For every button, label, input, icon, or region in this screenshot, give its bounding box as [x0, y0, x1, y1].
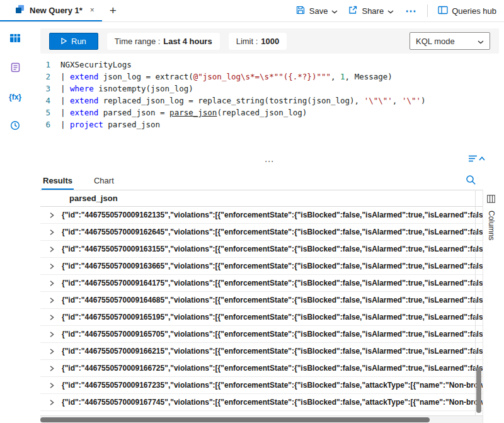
code-line[interactable]: 1NGXSecurityLogs	[40, 59, 499, 71]
code-line[interactable]: 6| project parsed_json	[40, 119, 499, 130]
divider	[427, 4, 428, 17]
editor-lines: 1NGXSecurityLogs2| extend json_log = ext…	[40, 59, 499, 130]
sidebar-item-functions[interactable]: {fx}	[6, 90, 24, 104]
limit-label: Limit :	[236, 37, 258, 46]
history-icon	[10, 120, 20, 132]
query-workspace: New Query 1* × + Save Share ⋯	[0, 0, 504, 423]
expand-row-icon[interactable]	[49, 348, 55, 355]
new-tab-button[interactable]: +	[102, 0, 124, 21]
table-row[interactable]: {"id":"4467550570009162645","violations"…	[40, 224, 483, 241]
code-text: | extend parsed_json = parse_json(replac…	[60, 107, 307, 119]
expand-row-icon[interactable]	[49, 399, 55, 406]
collapse-editor-icon[interactable]	[469, 154, 485, 165]
row-json-text: {"id":"4467550570009163155","violations"…	[62, 245, 483, 253]
columns-panel-label[interactable]: Columns	[487, 211, 496, 240]
table-row[interactable]: {"id":"4467550570009164175","violations"…	[40, 275, 483, 292]
tab-bar: New Query 1* × + Save Share ⋯	[0, 0, 504, 22]
query-tab[interactable]: New Query 1* ×	[0, 0, 102, 21]
expand-row-icon[interactable]	[49, 229, 55, 236]
tab-title: New Query 1*	[30, 6, 83, 15]
save-label: Save	[309, 6, 328, 16]
share-button[interactable]: Share	[348, 5, 394, 17]
sidebar-item-history[interactable]	[6, 119, 24, 133]
save-button[interactable]: Save	[295, 5, 338, 17]
table-row[interactable]: {"id":"4467550570009165195","violations"…	[40, 309, 483, 326]
row-json-text: {"id":"4467550570009167235","violations"…	[62, 381, 483, 390]
row-json-text: {"id":"4467550570009166215","violations"…	[62, 347, 483, 356]
expand-row-icon[interactable]	[49, 297, 55, 304]
chevron-down-icon	[478, 37, 484, 46]
expand-row-icon[interactable]	[49, 382, 55, 389]
kql-mode-select[interactable]: KQL mode	[410, 32, 490, 50]
table-row[interactable]: {"id":"4467550570009162135","violations"…	[40, 207, 483, 224]
chevron-down-icon	[387, 6, 394, 16]
code-line[interactable]: 5| extend parsed_json = parse_json(repla…	[40, 107, 499, 119]
code-line[interactable]: 3| where isnotempty(json_log)	[40, 83, 499, 95]
table-row[interactable]: {"id":"4467550570009166725","violations"…	[40, 360, 483, 377]
expand-row-icon[interactable]	[49, 246, 55, 253]
expand-row-icon[interactable]	[49, 331, 55, 338]
row-json-text: {"id":"4467550570009162645","violations"…	[62, 228, 483, 236]
time-range-label: Time range :	[115, 37, 161, 46]
kql-mode-value: KQL mode	[416, 37, 455, 46]
expand-row-icon[interactable]	[49, 314, 55, 321]
table-row[interactable]: {"id":"4467550570009167235","violations"…	[40, 377, 483, 394]
code-line[interactable]: 4| extend replaced_json_log = replace_st…	[40, 95, 499, 107]
splitter-handle[interactable]: ⋯	[265, 158, 275, 165]
query-toolbar: Run Time range : Last 4 hours Limit : 10…	[40, 28, 499, 54]
table-row[interactable]: {"id":"4467550570009165705","violations"…	[40, 326, 483, 343]
table-row[interactable]: {"id":"4467550570009164685","violations"…	[40, 292, 483, 309]
toolbar-actions: Save Share ⋯ Queries hub	[295, 0, 504, 21]
column-header-parsed-json[interactable]: parsed_json	[40, 190, 483, 207]
vertical-scrollbar-thumb[interactable]	[476, 368, 481, 413]
code-text: | project parsed_json	[60, 119, 160, 130]
table-row[interactable]: {"id":"4467550570009167745","violations"…	[40, 394, 483, 411]
line-number: 4	[40, 95, 60, 107]
table-row[interactable]: {"id":"4467550570009163155","violations"…	[40, 241, 483, 258]
table-row[interactable]: {"id":"4467550570009163665","violations"…	[40, 258, 483, 275]
queries-hub-button[interactable]: Queries hub	[438, 6, 496, 16]
share-label: Share	[362, 6, 384, 16]
search-icon	[466, 175, 476, 187]
pane-splitter: ⋯	[40, 153, 499, 170]
columns-panel-collapsed[interactable]: Columns	[483, 190, 499, 423]
sidebar-item-queries[interactable]	[6, 61, 24, 75]
horizontal-scrollbar-thumb[interactable]	[40, 417, 430, 422]
line-number: 6	[40, 119, 60, 130]
tab-chart[interactable]: Chart	[93, 172, 115, 190]
expand-row-icon[interactable]	[49, 263, 55, 270]
queries-icon	[11, 62, 20, 74]
row-json-text: {"id":"4467550570009163665","violations"…	[62, 262, 483, 270]
tables-icon	[9, 33, 21, 45]
columns-icon	[487, 195, 495, 205]
limit-value: 1000	[261, 37, 279, 46]
time-range-picker[interactable]: Time range : Last 4 hours	[107, 33, 220, 50]
search-button[interactable]	[466, 175, 476, 190]
expand-row-icon[interactable]	[49, 280, 55, 287]
code-line[interactable]: 2| extend json_log = extract(@"json_log\…	[40, 71, 499, 83]
limit-picker[interactable]: Limit : 1000	[229, 33, 287, 50]
close-tab-icon[interactable]: ×	[90, 6, 94, 14]
more-button[interactable]: ⋯	[404, 4, 417, 18]
functions-icon: {fx}	[9, 93, 21, 101]
code-text: | extend replaced_json_log = replace_str…	[60, 95, 426, 107]
code-text: NGXSecurityLogs	[60, 59, 132, 71]
code-text: | extend json_log = extract(@"json_log\s…	[60, 71, 392, 83]
sidebar-item-tables[interactable]	[6, 32, 24, 46]
line-number: 5	[40, 107, 60, 119]
time-range-value: Last 4 hours	[163, 37, 212, 46]
results-grid: parsed_json {"id":"4467550570009162135",…	[40, 190, 483, 423]
expand-row-icon[interactable]	[49, 212, 55, 219]
table-row[interactable]: {"id":"4467550570009166215","violations"…	[40, 343, 483, 360]
column-separator	[475, 190, 476, 415]
main-pane: Run Time range : Last 4 hours Limit : 10…	[30, 22, 504, 423]
run-button[interactable]: Run	[49, 33, 98, 50]
expand-row-icon[interactable]	[49, 365, 55, 372]
tab-results[interactable]: Results	[42, 172, 74, 190]
code-text: | where isnotempty(json_log)	[60, 83, 193, 95]
results-tabs: Results Chart	[40, 170, 499, 190]
share-icon	[348, 5, 358, 17]
row-json-text: {"id":"4467550570009167745","violations"…	[62, 398, 483, 407]
query-editor[interactable]: 1NGXSecurityLogs2| extend json_log = ext…	[40, 59, 499, 153]
horizontal-scrollbar[interactable]	[40, 415, 483, 423]
